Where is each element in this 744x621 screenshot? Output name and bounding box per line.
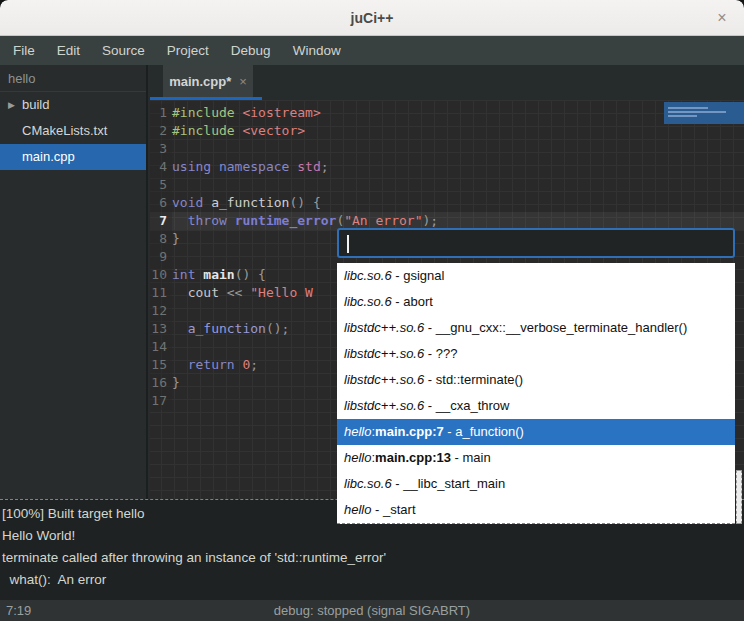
- frame-function: - std::terminate(): [424, 372, 523, 387]
- tree-item-main-cpp[interactable]: main.cpp: [0, 144, 146, 170]
- tab-main-cpp[interactable]: main.cpp* ×: [163, 65, 253, 97]
- frame-library: libc.so.6: [344, 268, 392, 283]
- window-title: juCi++: [351, 10, 394, 26]
- line-number: 14: [150, 338, 172, 356]
- menu-item-file[interactable]: File: [2, 36, 46, 65]
- frame-function: - __libc_start_main: [392, 476, 505, 491]
- frame-function: - gsignal: [392, 268, 445, 283]
- line-number: 5: [150, 176, 172, 194]
- code-token: std: [297, 159, 320, 174]
- backtrace-item[interactable]: libc.so.6 - gsignal: [337, 263, 735, 289]
- overview-map-highlight: [664, 102, 744, 124]
- backtrace-popup: libc.so.6 - gsignallibc.so.6 - abortlibs…: [337, 228, 735, 524]
- line-number: 1: [150, 104, 172, 122]
- file-tree-sidebar: hello ▶buildCMakeLists.txtmain.cpp: [0, 65, 148, 499]
- backtrace-item[interactable]: libc.so.6 - __libc_start_main: [337, 471, 735, 497]
- backtrace-item[interactable]: libstdc++.so.6 - __gnu_cxx::__verbose_te…: [337, 315, 735, 341]
- juci-window: juCi++ × FileEditSourceProjectDebugWindo…: [0, 0, 744, 621]
- tree-item-build[interactable]: ▶build: [0, 92, 146, 118]
- frame-location: main.cpp:13: [375, 450, 451, 465]
- output-line: Hello World!: [2, 525, 742, 547]
- code-token: namespace: [219, 159, 289, 174]
- line-number: 13: [150, 320, 172, 338]
- tree-item-label: CMakeLists.txt: [22, 118, 107, 144]
- code-line-1[interactable]: 1#include <iostream>: [150, 104, 744, 122]
- frame-library: libc.so.6: [344, 294, 392, 309]
- tab-label: main.cpp*: [169, 74, 231, 89]
- code-token: int: [172, 267, 195, 282]
- line-number: 9: [150, 248, 172, 266]
- code-line-4[interactable]: 4using namespace std;: [150, 158, 744, 176]
- line-number: 15: [150, 356, 172, 374]
- backtrace-item[interactable]: libc.so.6 - abort: [337, 289, 735, 315]
- chevron-right-icon[interactable]: ▶: [8, 92, 22, 118]
- code-token: "Hello W: [250, 285, 313, 300]
- code-token: a_function: [188, 321, 266, 336]
- menu-item-project[interactable]: Project: [156, 36, 220, 65]
- code-token: [172, 285, 188, 300]
- code-token: () {: [289, 195, 320, 210]
- backtrace-item[interactable]: libstdc++.so.6 - ???: [337, 341, 735, 367]
- code-token: "An error": [344, 213, 422, 228]
- code-line-2[interactable]: 2#include <vector>: [150, 122, 744, 140]
- code-token: }: [172, 231, 180, 246]
- mini-text-line: [668, 115, 697, 117]
- frame-location: main.cpp:7: [375, 424, 444, 439]
- backtrace-item[interactable]: hello:main.cpp:13 - main: [337, 445, 735, 471]
- backtrace-item[interactable]: libstdc++.so.6 - __cxa_throw: [337, 393, 735, 419]
- menu-item-window[interactable]: Window: [282, 36, 352, 65]
- tab-close-icon[interactable]: ×: [239, 74, 247, 89]
- code-token: [172, 213, 188, 228]
- code-token: );: [422, 213, 438, 228]
- code-line-5[interactable]: 5: [150, 176, 744, 194]
- code-token: void: [172, 195, 203, 210]
- code-token: throw: [188, 213, 227, 228]
- line-number: 3: [150, 140, 172, 158]
- frame-library: hello: [344, 450, 371, 465]
- frame-function: - main: [451, 450, 491, 465]
- frame-library: libc.so.6: [344, 476, 392, 491]
- project-root-label: hello: [0, 65, 146, 92]
- frame-library: libstdc++.so.6: [344, 346, 424, 361]
- menu-item-debug[interactable]: Debug: [220, 36, 282, 65]
- debug-status: debug: stopped (signal SIGABRT): [0, 603, 744, 618]
- backtrace-item[interactable]: libstdc++.so.6 - std::terminate(): [337, 367, 735, 393]
- line-number: 17: [150, 392, 172, 410]
- tab-bar: main.cpp* ×: [150, 65, 744, 100]
- line-number: 2: [150, 122, 172, 140]
- line-number: 4: [150, 158, 172, 176]
- code-token: runtime_error: [235, 213, 337, 228]
- code-token: [203, 195, 211, 210]
- code-line-3[interactable]: 3: [150, 140, 744, 158]
- code-token: #include: [172, 123, 242, 138]
- line-number: 8: [150, 230, 172, 248]
- output-line: terminate called after throwing an insta…: [2, 547, 742, 569]
- frame-function: - __cxa_throw: [424, 398, 509, 413]
- code-token: }: [172, 375, 180, 390]
- tree-item-cmakelists-txt[interactable]: CMakeLists.txt: [0, 118, 146, 144]
- backtrace-item[interactable]: hello - _start: [337, 497, 735, 523]
- frame-library: hello: [344, 424, 371, 439]
- line-number: 7: [150, 212, 172, 230]
- code-line-6[interactable]: 6void a_function() {: [150, 194, 744, 212]
- code-token: a_function: [211, 195, 289, 210]
- code-token: return: [188, 357, 235, 372]
- close-icon[interactable]: ×: [712, 8, 732, 28]
- line-number: 11: [150, 284, 172, 302]
- backtrace-list: libc.so.6 - gsignallibc.so.6 - abortlibs…: [337, 263, 735, 524]
- text-cursor: [347, 235, 349, 253]
- menu-item-source[interactable]: Source: [91, 36, 156, 65]
- output-line: what(): An error: [2, 569, 742, 591]
- code-token: ;: [321, 159, 329, 174]
- frame-function: - __gnu_cxx::__verbose_terminate_handler…: [424, 320, 687, 335]
- frame-library: libstdc++.so.6: [344, 398, 424, 413]
- menu-item-edit[interactable]: Edit: [46, 36, 91, 65]
- backtrace-search-input[interactable]: [337, 228, 735, 258]
- frame-library: libstdc++.so.6: [344, 320, 424, 335]
- frame-function: - _start: [371, 502, 415, 517]
- backtrace-item[interactable]: hello:main.cpp:7 - a_function(): [337, 419, 735, 445]
- code-token: <iostream>: [242, 105, 320, 120]
- code-token: [172, 321, 188, 336]
- line-number: 6: [150, 194, 172, 212]
- popup-scrollbar[interactable]: [736, 470, 742, 524]
